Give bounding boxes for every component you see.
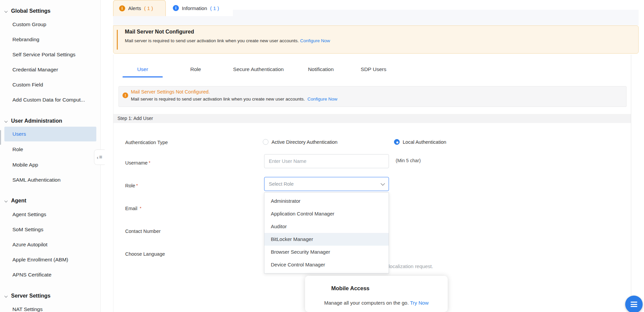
language-help-text-partial: localization request. xyxy=(389,263,433,269)
radio-label: Local Authentication xyxy=(403,139,446,145)
chevron-down-icon xyxy=(4,119,8,123)
sidebar-item-mobile-app[interactable]: Mobile App xyxy=(12,161,38,169)
sidebar-section-agent[interactable]: Agent xyxy=(4,197,26,204)
role-option-device-control-manager[interactable]: Device Control Manager xyxy=(264,258,389,271)
sidebar-item-rebranding[interactable]: Rebranding xyxy=(12,36,39,43)
radio-label: Active Directory Authentication xyxy=(271,139,338,145)
radio-active-directory-authentication[interactable]: Active Directory Authentication xyxy=(263,139,338,145)
mobile-access-message-text: Manage all your computers on the go. xyxy=(324,300,409,306)
tab-alerts-count: ( 1 ) xyxy=(144,5,153,11)
tab-alerts-label: Alerts xyxy=(128,5,141,11)
floating-menu-button[interactable] xyxy=(625,296,643,312)
sidebar-item-apns-certificate[interactable]: APNS Certificate xyxy=(12,271,51,278)
information-info-icon: i xyxy=(173,5,179,11)
warning-message: Mail server is required to send user act… xyxy=(131,97,337,102)
admin-settings-page: Global Settings Custom Group Rebranding … xyxy=(0,0,644,312)
sidebar-item-nat-settings[interactable]: NAT Settings xyxy=(12,306,43,312)
section-label: Global Settings xyxy=(11,8,50,14)
sidebar-item-apple-enrollment[interactable]: Apple Enrollment (ABM) xyxy=(12,256,68,263)
mobile-access-title: Mobile Access xyxy=(331,285,369,292)
role-select-value: Select Role xyxy=(269,181,381,187)
sidebar-scrollbar-thumb[interactable] xyxy=(0,130,1,145)
role-option-administrator[interactable]: Administrator xyxy=(264,195,389,207)
sidebar-item-agent-settings[interactable]: Agent Settings xyxy=(12,211,46,218)
sidebar-item-users[interactable]: Users xyxy=(12,127,26,141)
sidebar-item-custom-field[interactable]: Custom Field xyxy=(12,81,43,88)
try-now-link[interactable]: Try Now xyxy=(410,300,429,306)
menu-icon xyxy=(631,302,637,303)
username-input[interactable] xyxy=(264,154,389,168)
email-label-text: Email xyxy=(125,206,137,211)
sidebar-item-som-settings[interactable]: SoM Settings xyxy=(12,226,43,233)
section-label: User Administration xyxy=(11,118,62,124)
warning-icon: ! xyxy=(122,92,128,98)
configure-now-link[interactable]: Configure Now xyxy=(300,38,330,43)
username-label-text: Username xyxy=(125,160,148,166)
mobile-access-popup: Mobile Access Manage all your computers … xyxy=(305,276,448,312)
tab-alerts[interactable]: i Alerts ( 1 ) xyxy=(113,0,166,16)
sidebar-item-role[interactable]: Role xyxy=(12,146,23,153)
sidebar-item-self-service-portal-settings[interactable]: Self Service Portal Settings xyxy=(12,51,76,58)
alert-info-icon: i xyxy=(119,5,125,11)
contact-number-label: Contact Number xyxy=(125,229,161,234)
alert-message-text: Mail server is required to send user act… xyxy=(125,38,299,43)
configure-now-link[interactable]: Configure Now xyxy=(307,97,337,102)
role-select[interactable]: Select Role xyxy=(264,177,389,191)
sidebar-collapse-button[interactable]: ‹ ≡ xyxy=(94,149,105,165)
role-label: Role* xyxy=(125,183,138,188)
section-label: Server Settings xyxy=(11,293,50,299)
settings-sidebar: Global Settings Custom Group Rebranding … xyxy=(0,0,101,312)
role-dropdown-menu: Administrator Application Control Manage… xyxy=(264,192,389,273)
warning-message-text: Mail server is required to send user act… xyxy=(131,97,305,102)
step-header: Step 1: Add User xyxy=(113,114,631,123)
role-option-browser-security-manager[interactable]: Browser Security Manager xyxy=(264,246,389,258)
radio-local-authentication[interactable]: Local Authentication xyxy=(394,139,446,145)
chevron-down-icon xyxy=(381,181,385,186)
collapse-chevron-icon: ‹ xyxy=(97,155,98,160)
collapse-lines-icon: ≡ xyxy=(99,154,102,160)
username-label: Username* xyxy=(125,160,150,166)
mail-server-alert-panel: Mail Server Not Configured Mail server i… xyxy=(113,25,639,54)
sidebar-item-azure-autopilot[interactable]: Azure Autopilot xyxy=(12,241,47,248)
required-asterisk: * xyxy=(136,183,138,188)
mail-server-warning-box: ! Mail Server Settings Not Configured. M… xyxy=(118,86,627,107)
sidebar-item-credential-manager[interactable]: Credential Manager xyxy=(12,66,58,73)
auth-type-label: Authentication Type xyxy=(125,140,168,145)
role-option-auditor[interactable]: Auditor xyxy=(264,220,389,233)
tab-notification[interactable]: Notification xyxy=(308,66,334,72)
email-label: Email * xyxy=(125,206,141,211)
alert-title: Mail Server Not Configured xyxy=(125,29,194,35)
sidebar-item-custom-group[interactable]: Custom Group xyxy=(12,21,46,28)
alert-accent-bar xyxy=(117,30,118,50)
radio-checked-icon[interactable] xyxy=(394,139,400,145)
required-asterisk: * xyxy=(149,160,150,165)
username-hint: (Min 5 char) xyxy=(396,158,421,163)
tab-secure-authentication[interactable]: Secure Authentication xyxy=(233,66,284,72)
user-admin-card: User Role Secure Authentication Notifica… xyxy=(113,55,631,312)
chevron-down-icon xyxy=(4,9,8,13)
chevron-down-icon xyxy=(4,294,8,298)
tab-information-count: ( 1 ) xyxy=(210,5,219,11)
role-label-text: Role xyxy=(125,183,135,188)
warning-title: Mail Server Settings Not Configured. xyxy=(131,89,210,95)
tab-role[interactable]: Role xyxy=(190,66,201,72)
sidebar-item-users-active[interactable]: Users xyxy=(4,127,96,141)
active-tab-underline xyxy=(122,76,163,77)
sidebar-section-server-settings[interactable]: Server Settings xyxy=(4,292,50,300)
alert-message: Mail server is required to send user act… xyxy=(125,38,330,43)
tab-information-label: Information xyxy=(182,5,207,11)
sidebar-item-add-custom-data[interactable]: Add Custom Data for Comput... xyxy=(12,96,85,104)
required-asterisk: * xyxy=(140,206,141,211)
main-content: i Alerts ( 1 ) i Information ( 1 ) Mail … xyxy=(113,0,639,312)
mobile-access-message: Manage all your computers on the go. Try… xyxy=(305,300,448,306)
section-label: Agent xyxy=(11,198,26,203)
tab-user[interactable]: User xyxy=(137,66,148,72)
role-option-application-control-manager[interactable]: Application Control Manager xyxy=(264,207,389,220)
tab-information[interactable]: i Information ( 1 ) xyxy=(166,0,233,16)
role-option-bitlocker-manager[interactable]: BitLocker Manager xyxy=(264,233,389,246)
radio-unchecked-icon[interactable] xyxy=(263,139,268,145)
tab-sdp-users[interactable]: SDP Users xyxy=(361,66,386,72)
sidebar-section-global-settings[interactable]: Global Settings xyxy=(4,7,50,15)
sidebar-section-user-administration[interactable]: User Administration xyxy=(4,117,62,125)
sidebar-item-saml-authentication[interactable]: SAML Authentication xyxy=(12,176,60,184)
